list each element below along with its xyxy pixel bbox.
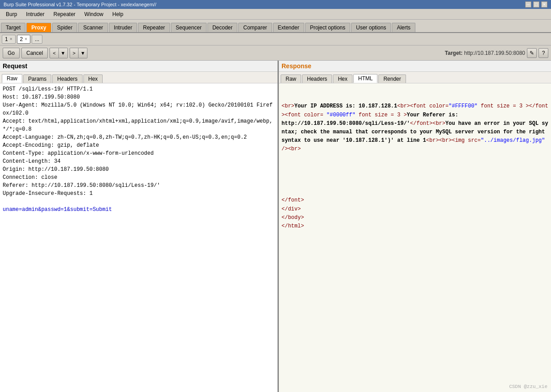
request-title: Request — [0, 61, 278, 72]
response-body: <br>Your IP ADDRESS is: 10.187.128.1<br>… — [282, 85, 548, 239]
request-param-highlight: uname=admin&passwd=1&submit=Submit — [3, 206, 112, 213]
menu-intruder[interactable]: Intruder — [22, 10, 48, 19]
response-tab-render[interactable]: Render — [378, 74, 406, 83]
req-line-1: POST /sqli/Less-19/ HTTP/1.1 Host: 10.18… — [3, 86, 273, 197]
sub-tab-1-close[interactable]: × — [10, 37, 12, 41]
main-content-area: Request Raw Params Headers Hex POST /sql… — [0, 61, 551, 392]
menu-help[interactable]: Help — [108, 10, 128, 19]
tab-project-options[interactable]: Project options — [305, 23, 350, 32]
edit-target-button[interactable]: ✎ — [527, 48, 537, 58]
resp-font-end: </font> — [282, 197, 304, 203]
resp-html-end: </html> — [282, 223, 304, 229]
sub-tab-2-close[interactable]: × — [25, 37, 27, 41]
close-button[interactable]: ✕ — [541, 1, 547, 8]
resp-body-end: </body> — [282, 215, 304, 221]
response-title: Response — [279, 61, 551, 72]
back-button[interactable]: < — [50, 48, 58, 58]
repeater-toolbar: Go Cancel < ▼ > ▼ Target: http://10.187.… — [0, 45, 551, 61]
response-tab-hex[interactable]: Hex — [333, 74, 352, 83]
resp-div-end: </div> — [282, 206, 301, 212]
tab-spider[interactable]: Spider — [52, 23, 78, 32]
sub-tab-2[interactable]: 2 × — [17, 35, 31, 44]
menu-burp[interactable]: Burp — [2, 10, 21, 19]
response-tab-headers[interactable]: Headers — [302, 74, 332, 83]
tab-sequencer[interactable]: Sequencer — [171, 23, 207, 32]
title-text: Burp Suite Professional v1.7.32 - Tempor… — [4, 2, 156, 7]
request-body: POST /sqli/Less-19/ HTTP/1.1 Host: 10.18… — [3, 85, 275, 214]
menu-repeater[interactable]: Repeater — [50, 10, 79, 19]
watermark-text: CSDN @zzu_xie — [509, 383, 547, 391]
window-controls[interactable]: ─ □ ✕ — [525, 1, 547, 8]
tab-comparer[interactable]: Comparer — [238, 23, 272, 32]
resp-br1: <br>Your IP ADDRESS is: 10.187.128.1<br>… — [282, 103, 548, 152]
sub-tab-1-label: 1 — [5, 36, 8, 42]
target-value: http://10.187.199.50:8080 — [464, 50, 525, 56]
menu-bar: Burp Intruder Repeater Window Help — [0, 9, 551, 20]
response-content-wrapper: <br>Your IP ADDRESS is: 10.187.128.1<br>… — [279, 83, 551, 392]
go-button[interactable]: Go — [3, 48, 20, 58]
tab-proxy[interactable]: Proxy — [26, 23, 51, 32]
target-label-text: Target: — [445, 50, 463, 56]
tab-decoder[interactable]: Decoder — [207, 23, 237, 32]
sub-tab-ellipsis[interactable]: ... — [32, 35, 42, 44]
tab-target[interactable]: Target — [1, 23, 25, 32]
menu-window[interactable]: Window — [80, 10, 108, 19]
forward-button[interactable]: > — [70, 48, 79, 58]
tab-scanner[interactable]: Scanner — [78, 23, 108, 32]
maximize-button[interactable]: □ — [533, 1, 539, 8]
tab-intruder[interactable]: Intruder — [109, 23, 137, 32]
repeater-sub-tabs: 1 × 2 × ... — [0, 33, 551, 45]
sub-tab-2-label: 2 — [20, 36, 23, 42]
forward-dropdown-button[interactable]: ▼ — [79, 48, 87, 58]
tab-user-options[interactable]: User options — [351, 23, 391, 32]
tab-extender[interactable]: Extender — [273, 23, 304, 32]
sub-tab-1[interactable]: 1 × — [2, 35, 16, 44]
request-tab-bar: Raw Params Headers Hex — [0, 72, 278, 83]
response-tab-raw[interactable]: Raw — [281, 74, 301, 83]
tab-repeater[interactable]: Repeater — [138, 23, 170, 32]
response-panel: Response Raw Headers Hex HTML Render <br… — [279, 61, 551, 392]
response-tab-html[interactable]: HTML — [353, 74, 378, 83]
request-tab-headers[interactable]: Headers — [52, 74, 82, 83]
request-content-wrapper: POST /sqli/Less-19/ HTTP/1.1 Host: 10.18… — [0, 83, 278, 392]
tab-alerts[interactable]: Alerts — [392, 23, 415, 32]
cancel-button[interactable]: Cancel — [21, 48, 48, 58]
main-tab-bar: Target Proxy Spider Scanner Intruder Rep… — [0, 20, 551, 33]
forward-nav-group: > ▼ — [70, 48, 87, 58]
request-tab-raw[interactable]: Raw — [2, 74, 22, 83]
request-content[interactable]: POST /sqli/Less-19/ HTTP/1.1 Host: 10.18… — [0, 83, 278, 392]
target-label: Target: http://10.187.199.50:8080 — [445, 50, 525, 56]
back-dropdown-button[interactable]: ▼ — [59, 48, 68, 58]
response-content[interactable]: <br>Your IP ADDRESS is: 10.187.128.1<br>… — [279, 83, 551, 392]
request-panel: Request Raw Params Headers Hex POST /sql… — [0, 61, 279, 392]
help-button[interactable]: ? — [539, 48, 548, 58]
request-tab-params[interactable]: Params — [23, 74, 51, 83]
back-nav-group: < ▼ — [50, 48, 67, 58]
title-bar: Burp Suite Professional v1.7.32 - Tempor… — [0, 0, 551, 9]
minimize-button[interactable]: ─ — [525, 1, 531, 8]
sub-tab-ellipsis-label: ... — [35, 36, 39, 42]
request-tab-hex[interactable]: Hex — [83, 74, 103, 83]
response-tab-bar: Raw Headers Hex HTML Render — [279, 72, 551, 83]
